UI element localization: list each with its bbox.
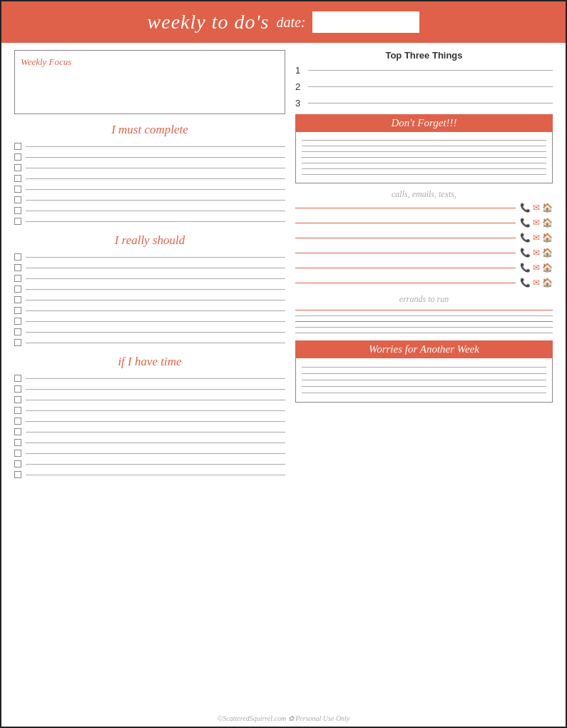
checkbox[interactable]	[14, 307, 21, 314]
checkbox[interactable]	[14, 385, 21, 393]
header-bar: weekly to do's date:	[1, 1, 566, 43]
checkbox[interactable]	[14, 375, 21, 382]
calls-line	[295, 208, 516, 208]
line	[26, 378, 285, 379]
checkbox[interactable]	[14, 439, 21, 446]
checkbox[interactable]	[14, 328, 21, 335]
list-item	[14, 164, 285, 171]
really-should-list	[14, 253, 285, 346]
checkbox[interactable]	[14, 207, 21, 214]
date-label: date:	[276, 14, 305, 31]
line	[308, 86, 553, 87]
numbered-item: 2	[295, 81, 553, 92]
contact-icons: 📞 ✉ 🏠	[520, 233, 553, 243]
list-item	[14, 439, 285, 446]
phone-icon: 📞	[520, 203, 531, 213]
list-item	[14, 296, 285, 303]
line	[26, 268, 285, 268]
phone-icon: 📞	[520, 233, 531, 243]
weekly-focus-label: Weekly Focus	[21, 56, 71, 67]
worries-line	[302, 367, 546, 368]
worries-header: Worries for Another Week	[295, 340, 553, 358]
checkbox[interactable]	[14, 471, 21, 478]
email-icon: ✉	[533, 263, 540, 273]
checkbox[interactable]	[14, 460, 21, 467]
list-item	[14, 396, 285, 403]
df-line	[302, 163, 546, 163]
home-icon: 🏠	[542, 218, 553, 228]
dont-forget-box	[295, 132, 553, 183]
line	[26, 168, 285, 168]
calls-row: 📞 ✉ 🏠	[295, 233, 553, 243]
home-icon: 🏠	[542, 248, 553, 258]
home-icon: 🏠	[542, 233, 553, 243]
checkbox[interactable]	[14, 339, 21, 346]
list-item	[14, 186, 285, 193]
checkbox[interactable]	[14, 428, 21, 435]
worries-line	[302, 393, 546, 393]
checkbox[interactable]	[14, 253, 21, 261]
errands-label: errands to run	[295, 294, 553, 305]
weekly-focus-box: Weekly Focus	[14, 50, 285, 114]
list-item	[14, 407, 285, 414]
checkbox[interactable]	[14, 153, 21, 161]
line	[308, 103, 553, 103]
line	[26, 400, 285, 400]
checkbox[interactable]	[14, 318, 21, 325]
list-item	[14, 428, 285, 435]
checkbox[interactable]	[14, 143, 21, 150]
calls-row: 📞 ✉ 🏠	[295, 218, 553, 228]
checkbox[interactable]	[14, 407, 21, 414]
line	[308, 70, 553, 71]
df-line	[302, 168, 546, 169]
line	[26, 464, 285, 465]
footer: ©ScatteredSquirrel.com ✿ Personal Use On…	[1, 714, 566, 722]
list-item	[14, 385, 285, 393]
top-three-title: Top Three Things	[295, 50, 553, 61]
calls-line	[295, 268, 516, 268]
if-have-time-list	[14, 375, 285, 478]
checkbox[interactable]	[14, 275, 21, 282]
checkbox[interactable]	[14, 418, 21, 425]
top-three-list: 1 2 3	[295, 65, 553, 108]
df-line	[302, 146, 546, 146]
line	[26, 300, 285, 300]
checkbox[interactable]	[14, 196, 21, 203]
list-item	[14, 253, 285, 261]
checkbox[interactable]	[14, 285, 21, 293]
line	[26, 432, 285, 433]
errand-line	[295, 333, 553, 333]
line	[26, 421, 285, 422]
checkbox[interactable]	[14, 186, 21, 193]
line	[26, 278, 285, 279]
numbered-item: 1	[295, 65, 553, 76]
checkbox[interactable]	[14, 264, 21, 271]
line	[26, 178, 285, 179]
list-item	[14, 264, 285, 271]
checkbox[interactable]	[14, 296, 21, 303]
list-item	[14, 339, 285, 346]
calls-row: 📞 ✉ 🏠	[295, 278, 553, 288]
list-item	[14, 460, 285, 467]
checkbox[interactable]	[14, 218, 21, 225]
contact-icons: 📞 ✉ 🏠	[520, 248, 553, 258]
phone-icon: 📞	[520, 263, 531, 273]
df-line	[302, 140, 546, 141]
line	[26, 410, 285, 411]
errand-line	[295, 315, 553, 316]
checkbox[interactable]	[14, 175, 21, 182]
checkbox[interactable]	[14, 164, 21, 171]
date-input[interactable]	[312, 11, 419, 33]
line	[26, 221, 285, 222]
phone-icon: 📞	[520, 218, 531, 228]
checkbox[interactable]	[14, 450, 21, 457]
line	[26, 343, 285, 343]
list-item	[14, 307, 285, 314]
numbered-item: 3	[295, 98, 553, 108]
line	[26, 257, 285, 258]
checkbox[interactable]	[14, 396, 21, 403]
line	[26, 443, 285, 443]
worries-line	[302, 386, 546, 387]
list-item	[14, 450, 285, 457]
phone-icon: 📞	[520, 248, 531, 258]
